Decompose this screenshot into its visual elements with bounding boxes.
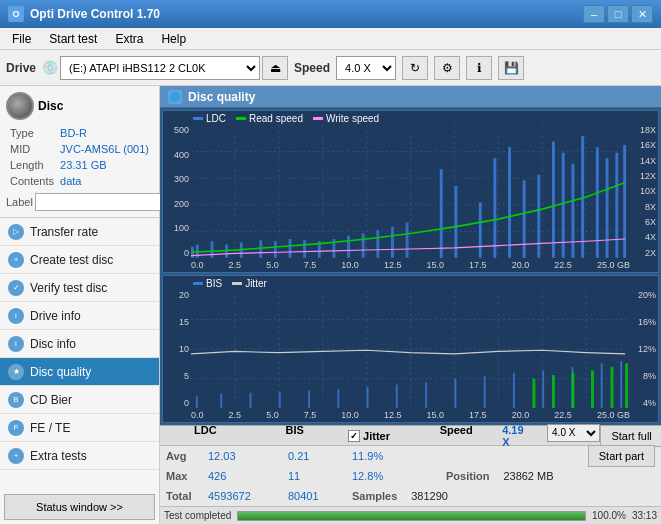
position-value: 23862 MB [503,470,553,482]
drive-label: Drive [6,61,36,75]
yr-8x: 8X [632,202,656,212]
menu-bar: File Start test Extra Help [0,28,661,50]
svg-rect-30 [440,169,443,258]
length-label: Length [8,158,56,172]
svg-rect-28 [391,227,394,258]
speed-select[interactable]: 4.0 X [336,56,396,80]
chart1-x-axis: 0.0 2.5 5.0 7.5 10.0 12.5 15.0 17.5 20.0… [191,260,630,270]
svg-rect-16 [211,241,214,258]
label-input[interactable] [35,193,168,211]
svg-rect-41 [596,147,599,258]
progress-percent: 100.0% [592,510,626,521]
svg-rect-69 [542,370,544,408]
menu-file[interactable]: File [4,30,39,48]
chart2-y-left: 20 15 10 5 0 [163,290,191,408]
yr-6x: 6X [632,217,656,227]
sidebar-item-drive-info[interactable]: i Drive info [0,302,159,330]
legend-read-speed: Read speed [249,113,303,124]
chart-header-icon [168,90,182,104]
legend-jitter: Jitter [245,278,267,289]
type-value: BD-R [58,126,151,140]
mid-value: JVC-AMS6L (001) [58,142,151,156]
avg-ldc: 12.03 [208,450,274,462]
contents-label: Contents [8,174,56,188]
sidebar-item-verify-test-disc[interactable]: ✓ Verify test disc [0,274,159,302]
y-label-400: 400 [165,150,189,160]
maximize-button[interactable]: □ [607,5,629,23]
col-jitter-header: Jitter [363,430,390,442]
toolbar: Drive 💿 (E:) ATAPI iHBS112 2 CL0K ⏏ Spee… [0,50,661,86]
sidebar-item-extra-tests[interactable]: + Extra tests [0,442,159,470]
svg-rect-58 [220,394,222,408]
svg-rect-62 [337,389,339,408]
menu-help[interactable]: Help [153,30,194,48]
speed-dropdown[interactable]: 4.0 X [547,424,600,442]
yr-18x: 18X [632,125,656,135]
yr-10x: 10X [632,186,656,196]
avg-label: Avg [166,450,194,462]
drive-info-icon: i [8,308,24,324]
status-window-button[interactable]: Status window >> [4,494,155,520]
disc-graphic [6,92,34,120]
menu-start-test[interactable]: Start test [41,30,105,48]
svg-rect-78 [625,363,628,408]
svg-rect-22 [303,240,306,258]
sidebar-item-create-test-disc[interactable]: + Create test disc [0,246,159,274]
type-label: Type [8,126,56,140]
elapsed-time: 33:13 [632,510,657,521]
svg-rect-57 [196,396,198,408]
yr-16x: 16X [632,140,656,150]
eject-button[interactable]: ⏏ [262,56,288,80]
chart2-svg [191,290,630,408]
chart2-y-right: 20% 16% 12% 8% 4% [630,290,658,408]
sidebar-item-fe-te[interactable]: F FE / TE [0,414,159,442]
close-button[interactable]: ✕ [631,5,653,23]
speed-current: 4.19 X [502,424,533,448]
svg-rect-36 [537,175,540,258]
cd-bier-icon: B [8,392,24,408]
sidebar-item-transfer-rate[interactable]: ▷ Transfer rate [0,218,159,246]
svg-rect-44 [623,145,626,258]
info-button[interactable]: ℹ [466,56,492,80]
svg-rect-25 [347,236,350,258]
svg-rect-64 [396,384,398,408]
svg-rect-27 [376,230,379,258]
jitter-checkbox[interactable]: ✓ [348,430,360,442]
start-full-button[interactable]: Start full [600,425,661,447]
svg-rect-33 [493,158,496,258]
col-speed-header: Speed [440,424,489,448]
progress-bar-inner [238,512,585,520]
sidebar-item-disc-info[interactable]: i Disc info [0,330,159,358]
sidebar: Disc Type BD-R MID JVC-AMS6L (001) Lengt… [0,86,160,524]
minimize-button[interactable]: – [583,5,605,23]
svg-rect-21 [289,239,292,258]
length-value: 23.31 GB [58,158,151,172]
chart-header: Disc quality [160,86,661,108]
status-text: Test completed [164,510,231,521]
total-bis: 80401 [288,490,338,502]
menu-extra[interactable]: Extra [107,30,151,48]
drive-icon: 💿 [42,60,58,75]
y-label-300: 300 [165,174,189,184]
save-button[interactable]: 💾 [498,56,524,80]
progress-bar-container: Test completed 100.0% 33:13 [160,506,661,524]
max-bis: 11 [288,470,338,482]
svg-rect-32 [479,202,482,257]
speed-label: Speed [294,61,330,75]
transfer-rate-icon: ▷ [8,224,24,240]
chart-title: Disc quality [188,90,255,104]
svg-rect-43 [615,153,618,258]
sidebar-item-disc-quality[interactable]: ★ Disc quality [0,358,159,386]
svg-rect-31 [454,186,457,258]
svg-point-0 [170,92,180,102]
stats-bar: LDC BIS ✓ Jitter Speed 4.19 X 4.0 X Star… [160,425,661,506]
y-label-500: 500 [165,125,189,135]
disc-info-panel: Disc Type BD-R MID JVC-AMS6L (001) Lengt… [0,86,159,218]
drive-select[interactable]: (E:) ATAPI iHBS112 2 CL0K [60,56,260,80]
start-part-button[interactable]: Start part [588,445,655,467]
settings-button[interactable]: ⚙ [434,56,460,80]
refresh-button[interactable]: ↻ [402,56,428,80]
sidebar-item-cd-bier[interactable]: B CD Bier [0,386,159,414]
svg-rect-77 [610,367,613,408]
disc-info-icon: i [8,336,24,352]
